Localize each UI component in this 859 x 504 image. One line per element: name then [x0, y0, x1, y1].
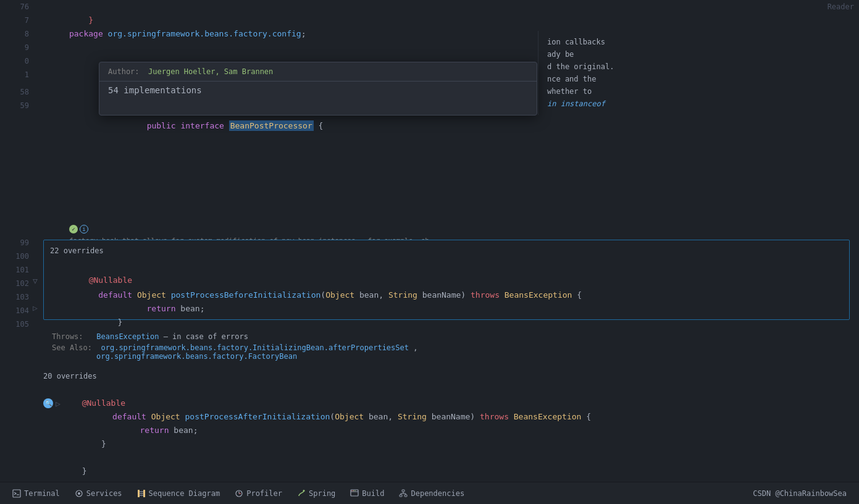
code-line-58: ✓ i public interface BeanPostProcessor {	[40, 203, 859, 220]
svg-rect-5	[143, 490, 145, 497]
toolbar-services[interactable]: Services	[67, 482, 130, 505]
editor-area: Reader 76 7 8 9 0 1 58 59 99 100 101 102…	[0, 0, 859, 482]
terminal-icon	[12, 489, 21, 498]
svg-point-10	[303, 490, 304, 492]
see-also-link2: org.springframework.beans.factory.Factor…	[96, 352, 850, 361]
toolbar-profiler[interactable]: Profiler	[227, 482, 290, 505]
branding-text: CSDN @ChinaRainbowSea	[753, 489, 854, 498]
toolbar-build[interactable]: Build	[343, 482, 392, 505]
toolbar-dependencies[interactable]: Dependencies	[392, 482, 472, 505]
right-doc-panel: ion callbacks ady be d the original. nce…	[538, 31, 859, 115]
blank-line	[43, 437, 859, 451]
spring-label: Spring	[309, 489, 335, 498]
svg-point-13	[352, 490, 353, 490]
toolbar-terminal[interactable]: Terminal	[5, 482, 67, 505]
return-line: return bean;	[50, 288, 843, 302]
services-label: Services	[86, 489, 122, 498]
popup-code: public interface BeanPostProcessor {	[99, 98, 537, 115]
services-icon	[75, 489, 83, 498]
overrides-badge-2: 20 overrides	[43, 369, 859, 383]
svg-point-3	[78, 492, 80, 495]
return-line-2: return bean;	[43, 410, 859, 424]
nullable-2: @Nullable	[43, 383, 859, 397]
svg-point-15	[355, 490, 356, 490]
hover-popup: Author: Juergen Hoeller, Sam Brannen 54 …	[99, 62, 537, 116]
profiler-label: Profiler	[246, 489, 282, 498]
svg-rect-16	[402, 490, 404, 492]
code-line: }	[40, 0, 859, 14]
code-line: factory hook that allows for custom modi…	[40, 220, 859, 233]
popup-author: Author: Juergen Hoeller, Sam Brannen	[99, 62, 537, 82]
closing-brace-2: }	[43, 424, 859, 437]
terminal-label: Terminal	[24, 489, 60, 498]
profiler-icon	[235, 489, 243, 498]
closing-brace-outer: }	[43, 451, 859, 464]
see-also-section: See Also: org.springframework.beans.fact…	[52, 343, 850, 352]
svg-rect-17	[400, 495, 402, 497]
throws-section: Throws: BeansException – in case of erro…	[52, 332, 850, 341]
build-icon	[350, 489, 359, 498]
method-line-2: default Object postProcessAfterInitializ…	[64, 397, 591, 410]
sequence-icon	[137, 489, 146, 498]
method-line: default Object postProcessBeforeInitiali…	[50, 275, 843, 288]
dependencies-icon	[399, 489, 408, 498]
svg-rect-18	[404, 495, 407, 497]
popup-implementations: 54 implementations	[99, 82, 537, 98]
svg-point-14	[353, 490, 354, 490]
toolbar-sequence[interactable]: Sequence Diagram	[130, 482, 228, 505]
line-numbers-gutter: 76 7 8 9 0 1 58 59 99 100 101 102 103 10…	[0, 0, 34, 482]
overrides-badge: 22 overrides	[50, 244, 843, 258]
bottom-toolbar: Terminal Services Sequence Diagram	[0, 482, 859, 504]
code-line: package org.springframework.beans.factor…	[40, 14, 859, 27]
svg-rect-4	[138, 490, 140, 497]
spring-icon	[297, 489, 306, 498]
sequence-label: Sequence Diagram	[149, 489, 220, 498]
dependencies-label: Dependencies	[411, 489, 464, 498]
closing-brace: }	[50, 302, 122, 316]
build-label: Build	[362, 489, 384, 498]
toolbar-spring[interactable]: Spring	[290, 482, 343, 505]
nullable-annotation: @Nullable	[50, 260, 843, 274]
